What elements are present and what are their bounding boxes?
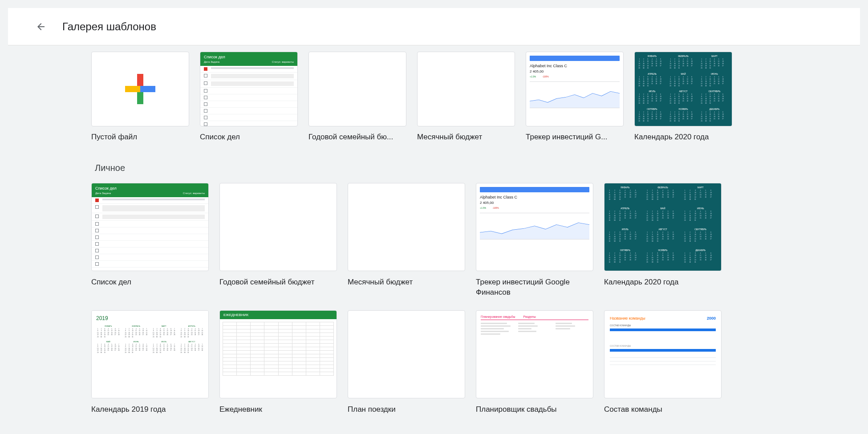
template-card[interactable]: ЯНВАРЬ1234568910111213151617181920222324… (634, 52, 732, 142)
template-card[interactable]: Годовой семейный бю... (308, 52, 406, 142)
template-thumb-calendar-2019: 2019 ЯНВАРЬ12345678910111213141516171819… (91, 310, 209, 398)
template-card[interactable]: ЯНВАРЬ1234568910111213151617181920222324… (604, 183, 722, 298)
header-bar: Галерея шаблонов (8, 8, 860, 45)
template-thumb-tracker: Alphabet Inc Class C 2 405,00 +1.5%-100% (476, 183, 593, 271)
template-card[interactable]: ЕЖЕДНЕВНИК Ежедневник (219, 310, 337, 415)
template-thumb-todo: Список дел Дата ЗадачаСтатус: варианты (91, 183, 209, 271)
template-label: Список дел (200, 133, 298, 142)
template-label: Календарь 2020 года (634, 133, 732, 142)
template-thumb-monthly-budget (348, 183, 465, 271)
template-thumb-trip-plan (348, 310, 465, 398)
template-label: Пустой файл (91, 133, 189, 142)
template-thumb-planner: ЕЖЕДНЕВНИК (219, 310, 337, 398)
template-card[interactable]: Планирование свадьбы Разделы Планировщик… (476, 310, 593, 415)
template-card[interactable]: План поездки (348, 310, 465, 415)
arrow-left-icon (36, 21, 46, 32)
template-thumb-todo: Список дел Дата ЗадачаСтатус: варианты (200, 52, 298, 126)
template-label: Месячный бюджет (417, 133, 515, 142)
template-label: Годовой семейный бю... (308, 133, 406, 142)
plus-icon (125, 74, 155, 104)
template-card[interactable]: Месячный бюджет (417, 52, 515, 142)
template-card[interactable]: Название команды 2000 СОСТАВ КОМАНДЫ СОС… (604, 310, 722, 415)
template-label: Календарь 2020 года (604, 277, 722, 288)
template-label: Годовой семейный бюджет (219, 277, 337, 288)
template-thumb-calendar-2020: ЯНВАРЬ1234568910111213151617181920222324… (604, 183, 722, 271)
template-card[interactable]: Список дел Дата ЗадачаСтатус: варианты (200, 52, 298, 142)
page-title: Галерея шаблонов (62, 20, 156, 33)
template-card[interactable]: 2019 ЯНВАРЬ12345678910111213141516171819… (91, 310, 209, 415)
template-card[interactable]: Пустой файл (91, 52, 189, 142)
templates-row-personal-2: 2019 ЯНВАРЬ12345678910111213141516171819… (91, 310, 777, 415)
template-thumb-annual-budget (308, 52, 406, 126)
template-label: Трекер инвестиций G... (526, 133, 624, 142)
template-card[interactable]: Месячный бюджет (348, 183, 465, 298)
back-button[interactable] (32, 18, 50, 36)
template-card[interactable]: Список дел Дата ЗадачаСтатус: варианты (91, 183, 209, 298)
template-label: Ежедневник (219, 405, 337, 415)
template-thumb-wedding: Планирование свадьбы Разделы (476, 310, 593, 398)
template-label: Список дел (91, 277, 209, 288)
template-card[interactable]: Alphabet Inc Class C 2 405,00 +1.5%-100%… (476, 183, 593, 298)
section-title-personal: Личное (95, 163, 777, 173)
template-card[interactable]: Годовой семейный бюджет (219, 183, 337, 298)
template-thumb-calendar-2020: ЯНВАРЬ1234568910111213151617181920222324… (634, 52, 732, 126)
content-area: Пустой файл Список дел Дата ЗадачаСтатус… (0, 45, 868, 434)
template-label: Календарь 2019 года (91, 405, 209, 415)
template-thumb-annual-budget (219, 183, 337, 271)
templates-row-recent: Пустой файл Список дел Дата ЗадачаСтатус… (91, 52, 777, 142)
templates-row-personal-1: Список дел Дата ЗадачаСтатус: варианты (91, 183, 777, 298)
template-thumb-tracker: Alphabet Inc Class C 2 405,00 +1.5%-100% (526, 52, 624, 126)
template-label: Планировщик свадьбы (476, 405, 593, 415)
template-thumb-team: Название команды 2000 СОСТАВ КОМАНДЫ СОС… (604, 310, 722, 398)
template-thumb-monthly-budget (417, 52, 515, 126)
template-label: План поездки (348, 405, 465, 415)
template-thumb-blank (91, 52, 189, 126)
template-label: Месячный бюджет (348, 277, 465, 288)
template-label: Трекер инвестиций Google Финансов (476, 277, 593, 298)
template-label: Состав команды (604, 405, 722, 415)
template-card[interactable]: Alphabet Inc Class C 2 405,00 +1.5%-100%… (526, 52, 624, 142)
